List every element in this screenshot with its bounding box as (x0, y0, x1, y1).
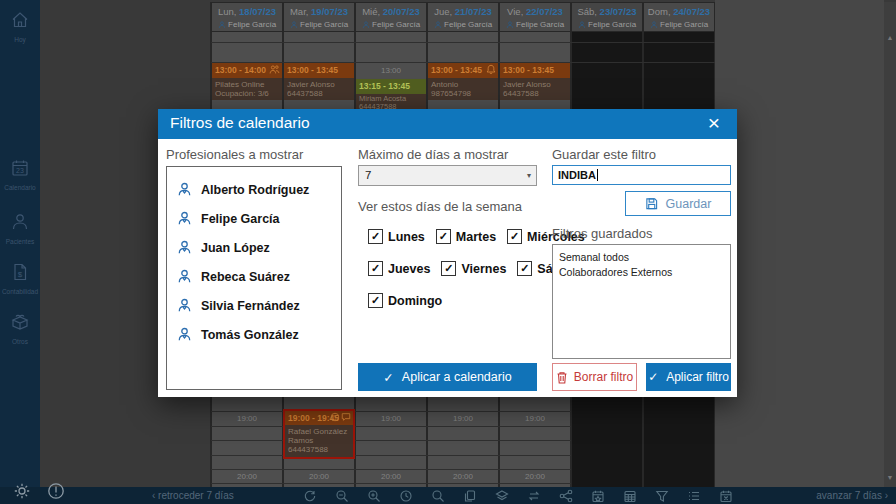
appointment-detail: 64437588 (503, 89, 567, 98)
repeat-icon[interactable] (527, 489, 541, 503)
scroll-up-icon[interactable]: ▲ (884, 34, 896, 41)
day-header[interactable]: Lun, 18/07/23 Felipe García (211, 2, 283, 32)
checkbox-lunes[interactable]: ✓Lunes (368, 229, 425, 244)
calendar-grid-icon[interactable] (623, 489, 637, 503)
filter-name-input[interactable]: INDIBA (552, 165, 731, 185)
share-network-icon[interactable] (559, 489, 573, 503)
zoom-in-icon[interactable] (367, 489, 381, 503)
scroll-down-icon[interactable]: ▼ (884, 474, 896, 481)
weekday-row-2: ✓Jueves ✓Viernes ✓Sábado (368, 261, 583, 276)
calendar-remove-icon[interactable] (719, 489, 733, 503)
professional-list-item[interactable]: Juan López (167, 233, 341, 262)
chat-icon (341, 412, 351, 426)
slot-time-label[interactable]: 13:00 (355, 66, 427, 75)
professional-list-item[interactable]: Tomás González (167, 320, 341, 349)
max-days-label: Máximo de días a mostrar (358, 147, 508, 162)
day-date: 21/07/23 (455, 6, 492, 17)
vertical-scrollbar[interactable]: ▲ ▼ (884, 2, 896, 487)
check-icon: ✓ (648, 370, 658, 384)
layers-icon[interactable] (495, 489, 509, 503)
calendar-event-icon[interactable] (591, 489, 605, 503)
clock-icon[interactable] (399, 489, 413, 503)
settings-gear-icon[interactable] (12, 481, 32, 504)
filter-icon[interactable] (655, 489, 669, 503)
day-name: Mar, (290, 6, 308, 17)
saved-filter-item[interactable]: Semanal todos (553, 249, 730, 264)
home-icon (10, 10, 30, 30)
bottom-bar: ‹ retroceder 7 días avanzar 7 días › (0, 487, 896, 504)
day-header[interactable]: Jue, 21/07/23 Felipe García (427, 2, 499, 32)
professional-icon (218, 21, 226, 29)
slot-time-label[interactable]: 20:00 (283, 472, 355, 481)
slot-time-label[interactable]: 19:00 (427, 414, 499, 423)
professional-icon (177, 298, 192, 313)
back-7-days-button[interactable]: ‹ retroceder 7 días (152, 490, 234, 501)
appointment-detail: Ocupación: 3/6 (215, 89, 279, 98)
checkbox-check: ✓ (517, 261, 532, 276)
day-header[interactable]: Mié, 20/07/23 Felipe García (355, 2, 427, 32)
checkbox-check: ✓ (436, 229, 451, 244)
sidebar-item-calendario[interactable]: 23 Calendario (0, 158, 40, 191)
appointment[interactable]: 13:00 - 13:45 Javier Alonso64437588 (284, 63, 354, 109)
professional-list-item[interactable]: Silvia Fernández (167, 291, 341, 320)
grid-line (211, 440, 571, 441)
checkbox-domingo[interactable]: ✓Domingo (368, 293, 442, 308)
appointment[interactable]: 13:00 - 14:00 Pilates OnlineOcupación: 3… (212, 63, 282, 109)
sidebar-item-contabilidad[interactable]: $ Contabilidad (0, 262, 40, 295)
save-filter-button[interactable]: Guardar (625, 191, 731, 216)
max-days-select[interactable]: 7 ▾ (358, 165, 537, 186)
slot-time-label[interactable]: 20:00 (427, 472, 499, 481)
checkbox-jueves[interactable]: ✓Jueves (368, 261, 430, 276)
checkbox-viernes[interactable]: ✓Viernes (441, 261, 506, 276)
appointment-title: Rafael González Ramos (288, 427, 350, 445)
refresh-icon[interactable] (303, 489, 317, 503)
dialog-title-bar: Filtros de calendario × (158, 109, 737, 139)
professional-list-item[interactable]: Alberto Rodríguez (167, 175, 341, 204)
sidebar-item-hoy[interactable]: Hoy (0, 10, 40, 43)
slot-time-label[interactable]: 20:00 (355, 472, 427, 481)
professional-name: Felipe García (444, 20, 492, 29)
day-header[interactable]: Vie, 22/07/23 Felipe García (499, 2, 571, 32)
day-header-weekend[interactable]: Dom, 24/07/23 Felipe García (643, 2, 715, 32)
slot-time-label[interactable]: 20:00 (211, 472, 283, 481)
sidebar-item-otros[interactable]: Otros (0, 312, 40, 345)
appointment[interactable]: 13:15 - 13:45 Miriam Acosta644437588 (356, 79, 426, 109)
apply-filter-button[interactable]: ✓ Aplicar filtro (646, 363, 731, 391)
appointment-selected[interactable]: 19:00 - 19:45 Rafael González Ramos64443… (283, 409, 355, 459)
checkbox-martes[interactable]: ✓Martes (436, 229, 496, 244)
day-date: 18/07/23 (239, 6, 276, 17)
professional-icon (650, 21, 658, 29)
close-icon[interactable]: × (701, 109, 727, 139)
delete-filter-button[interactable]: Borrar filtro (552, 363, 637, 391)
checkbox-check: ✓ (368, 229, 383, 244)
slot-time-label[interactable]: 19:00 (211, 414, 283, 423)
slot-time-label[interactable]: 20:00 (499, 472, 571, 481)
day-header[interactable]: Mar, 19/07/23 Felipe García (283, 2, 355, 32)
slot-time-label[interactable]: 19:00 (355, 414, 427, 423)
professional-name: Felipe García (300, 20, 348, 29)
search-icon[interactable] (431, 489, 445, 503)
calendar-icon: 23 (10, 158, 30, 178)
appointment[interactable]: 13:00 - 13:45 Antonio987654798 (428, 63, 498, 109)
professional-icon (177, 269, 192, 284)
professional-icon (177, 327, 192, 342)
forward-7-days-button[interactable]: avanzar 7 días › (816, 490, 888, 501)
appointment[interactable]: 13:00 - 13:45 Javier Alonso64437588 (500, 63, 570, 109)
copy-icon[interactable] (463, 489, 477, 503)
day-date: 19/07/23 (311, 6, 348, 17)
alert-info-icon[interactable] (46, 481, 66, 504)
professional-list-item[interactable]: Rebeca Suárez (167, 262, 341, 291)
apply-to-calendar-button[interactable]: ✓ Aplicar a calendario (358, 363, 537, 391)
calendar-toolbar (303, 489, 733, 503)
saved-filter-item[interactable]: Colaboradores Externos (553, 264, 730, 279)
zoom-out-icon[interactable] (335, 489, 349, 503)
day-header-weekend[interactable]: Sáb, 23/07/23 Felipe García (571, 2, 643, 32)
list-icon[interactable] (687, 489, 701, 503)
grid-line (211, 469, 571, 470)
sidebar-item-pacientes[interactable]: Pacientes (0, 212, 40, 245)
box-icon (10, 312, 30, 332)
professional-list-item[interactable]: Felipe García (167, 204, 341, 233)
slot-time-label[interactable]: 19:00 (499, 414, 571, 423)
professional-name: Felipe García (660, 20, 708, 29)
professional-icon (362, 21, 370, 29)
